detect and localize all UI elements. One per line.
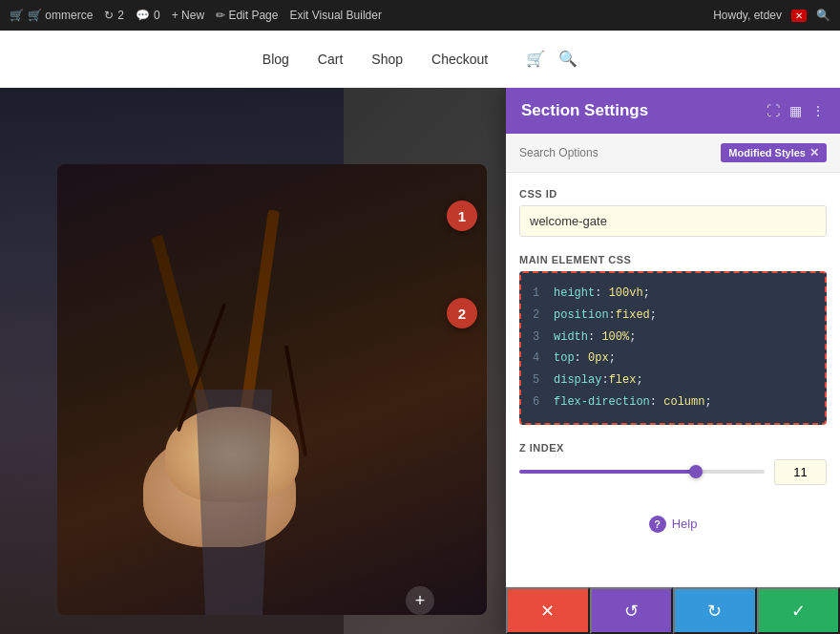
admin-logo[interactable]: 🛒 🛒 ommerce	[10, 9, 93, 22]
admin-new[interactable]: + New	[172, 9, 204, 22]
admin-howdy: Howdy, etdev	[713, 9, 782, 22]
woo-icon: 🛒	[10, 9, 24, 22]
z-index-slider[interactable]	[519, 462, 765, 481]
css-line-5: 5 display:flex;	[533, 370, 813, 391]
slider-thumb[interactable]	[689, 465, 703, 478]
slider-fill	[519, 470, 696, 474]
step-1-bubble: 1	[447, 201, 477, 231]
main-area: 1 2 3 + Section Settings ⛶ ▦ ⋮ Modified …	[0, 88, 840, 634]
help-icon: ?	[649, 516, 666, 533]
admin-refresh[interactable]: ↻ 2	[104, 9, 124, 22]
css-id-input[interactable]	[519, 205, 827, 237]
panel-header-icons: ⛶ ▦ ⋮	[766, 103, 825, 118]
nav-cart[interactable]: Cart	[318, 52, 343, 67]
css-line-1: 1 height: 100vh;	[533, 283, 813, 305]
undo-button[interactable]: ↺	[590, 587, 674, 634]
panel-content: CSS ID Main Element CSS 1 height: 100vh;…	[506, 173, 840, 586]
slider-track	[519, 470, 765, 474]
save-button[interactable]: ✓	[757, 587, 841, 634]
panel-grid-icon[interactable]: ▦	[789, 103, 802, 118]
z-index-row	[519, 459, 827, 485]
nav-shop[interactable]: Shop	[371, 52, 403, 67]
add-section-button[interactable]: +	[406, 586, 434, 615]
admin-comments[interactable]: 💬 0	[136, 9, 160, 22]
nav-blog[interactable]: Blog	[262, 52, 289, 67]
nav-search-icon[interactable]: 🔍	[558, 50, 578, 68]
help-row[interactable]: ? Help	[519, 502, 827, 546]
panel-search-bar: Modified Styles ✕	[506, 134, 840, 173]
panel-title: Section Settings	[521, 101, 648, 120]
z-index-input[interactable]	[774, 459, 827, 485]
z-index-group: Z Index	[519, 442, 827, 485]
css-id-group: CSS ID	[519, 188, 827, 237]
css-id-label: CSS ID	[519, 188, 827, 200]
admin-edit-page[interactable]: ✏ Edit Page	[216, 9, 278, 22]
modified-styles-close-icon[interactable]: ✕	[809, 146, 819, 159]
admin-search-icon[interactable]: 🔍	[816, 9, 830, 22]
css-line-6: 6 flex-direction: column;	[533, 391, 813, 413]
settings-panel: Section Settings ⛶ ▦ ⋮ Modified Styles ✕…	[506, 88, 840, 634]
admin-bar: 🛒 🛒 ommerce ↻ 2 💬 0 + New ✏ Edit Page Ex…	[0, 0, 840, 31]
panel-fullscreen-icon[interactable]: ⛶	[766, 103, 780, 118]
css-line-4: 4 top: 0px;	[533, 348, 813, 370]
css-editor[interactable]: 1 height: 100vh; 2 position:fixed; 3 wid…	[519, 271, 827, 425]
panel-header: Section Settings ⛶ ▦ ⋮	[506, 88, 840, 134]
nav-bar: Blog Cart Shop Checkout 🛒 🔍	[0, 31, 840, 88]
main-element-css-group: Main Element CSS 1 height: 100vh; 2 posi…	[519, 254, 827, 425]
z-index-label: Z Index	[519, 442, 827, 454]
main-element-css-label: Main Element CSS	[519, 254, 827, 265]
search-input[interactable]	[519, 146, 713, 159]
help-label: Help	[672, 517, 698, 531]
step-2-bubble: 2	[447, 298, 477, 328]
nav-checkout[interactable]: Checkout	[431, 52, 488, 67]
css-line-3: 3 width: 100%;	[533, 327, 813, 349]
admin-exit-builder[interactable]: Exit Visual Builder	[289, 9, 382, 22]
panel-footer: ✕ ↺ ↻ ✓	[506, 586, 840, 634]
redo-button[interactable]: ↻	[673, 587, 757, 634]
css-line-2: 2 position:fixed;	[533, 305, 813, 327]
cancel-button[interactable]: ✕	[506, 587, 590, 634]
panel-menu-icon[interactable]: ⋮	[811, 103, 825, 118]
nav-cart-icon[interactable]: 🛒	[526, 50, 545, 68]
admin-user-badge: ✕	[791, 10, 807, 22]
modified-styles-badge[interactable]: Modified Styles ✕	[721, 143, 827, 162]
